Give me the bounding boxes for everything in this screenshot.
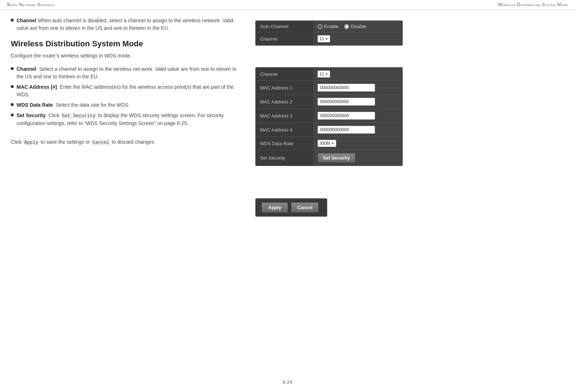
- wds-channel-select-value: 11: [319, 72, 324, 77]
- channel-select-top-value: 11: [319, 36, 324, 41]
- wds-right-panel: Channel 11 ▼ MAC Address 1 000000000000: [255, 67, 406, 166]
- table-row-mac2: MAC Address 2 000000000000: [256, 95, 402, 109]
- top-channel-section: Channel When auto channel is disabled, s…: [11, 17, 241, 32]
- bullet-channel-top-body: When auto channel is disabled, select a …: [17, 18, 233, 31]
- value-mac3: 000000000000: [313, 109, 402, 123]
- bullet-channel-top: Channel When auto channel is disabled, s…: [11, 17, 241, 32]
- table-row-set-security: Set Security Set Security: [256, 150, 402, 166]
- wds-settings-panel: Channel 11 ▼ MAC Address 1 000000000000: [255, 67, 403, 166]
- bullet-wds-rate-bold: WDS Data Rate: [17, 102, 53, 108]
- radio-disable[interactable]: Disable: [344, 24, 366, 29]
- auto-channel-table: Auto Channel Enable Disable: [256, 21, 402, 45]
- label-mac3: MAC Address 3: [256, 109, 313, 123]
- mac1-input[interactable]: 000000000000: [318, 84, 375, 92]
- left-column: Channel When auto channel is disabled, s…: [11, 17, 241, 217]
- table-row-mac1: MAC Address 1 000000000000: [256, 81, 402, 95]
- table-row-wds-channel: Channel 11 ▼: [256, 68, 402, 81]
- table-row-mac4: MAC Address 4 000000000000: [256, 123, 402, 137]
- apply-cancel-area: Apply Cancel: [255, 198, 406, 217]
- top-right-panel: Auto Channel Enable Disable: [255, 20, 406, 46]
- bullet-mac-address: MAC Address [#] Enter the MAC address(es…: [11, 83, 241, 98]
- mac3-input[interactable]: 000000000000: [318, 112, 375, 120]
- bullet-channel-wds-text: Channel Select a channel to assign to th…: [17, 65, 241, 80]
- apply-cancel-panel: Apply Cancel: [255, 198, 327, 217]
- cancel-button[interactable]: Cancel: [291, 202, 319, 213]
- value-mac2: 000000000000: [313, 95, 402, 109]
- wds-channel-select-arrow: ▼: [325, 72, 328, 76]
- page-number: 6-24: [283, 379, 292, 385]
- bullet-dot-3: [11, 103, 14, 106]
- code-set-security: Set Security: [61, 113, 97, 119]
- table-row-mac3: MAC Address 3 000000000000: [256, 109, 402, 123]
- bullet-set-security-bold: Set Security: [17, 112, 46, 118]
- label-wds-channel: Channel: [256, 68, 313, 81]
- wds-rate-select-arrow: ▼: [331, 142, 334, 146]
- bullet-dot-4: [11, 114, 14, 116]
- click-apply-note: Click Apply to save the settings or Canc…: [11, 138, 241, 147]
- radio-disable-label: Disable: [351, 24, 366, 29]
- page-header: Basic Network Settings Wireless Distribu…: [0, 0, 575, 10]
- radio-disable-circle[interactable]: [344, 24, 349, 29]
- wds-rate-select[interactable]: 300M ▼: [318, 140, 336, 147]
- label-set-security: Set Security: [256, 150, 313, 166]
- label-mac1: MAC Address 1: [256, 81, 313, 95]
- bullet-dot: [11, 19, 14, 22]
- label-wds-rate: WDS Data Rate: [256, 137, 313, 150]
- wds-rate-select-value: 300M: [319, 141, 330, 146]
- label-auto-channel: Auto Channel: [256, 21, 313, 32]
- mac2-input[interactable]: 000000000000: [318, 98, 375, 106]
- value-auto-channel: Enable Disable: [313, 21, 402, 32]
- bullet-channel-top-text: Channel When auto channel is disabled, s…: [17, 17, 241, 32]
- label-channel-top: Channel: [256, 32, 313, 46]
- bullet-mac-bold: MAC Address [#]: [17, 84, 57, 90]
- bullet-dot-1: [11, 67, 14, 70]
- code-apply: Apply: [23, 139, 39, 146]
- label-mac4: MAC Address 4: [256, 123, 313, 137]
- value-mac4: 000000000000: [313, 123, 402, 137]
- page-footer: 6-24: [283, 379, 292, 385]
- table-row-wds-rate: WDS Data Rate 300M ▼: [256, 137, 402, 150]
- code-cancel: Cancel: [91, 139, 110, 146]
- bullet-channel-wds: Channel Select a channel to assign to th…: [11, 65, 241, 80]
- value-mac1: 000000000000: [313, 81, 402, 95]
- channel-select-top-arrow: ▼: [325, 37, 328, 41]
- wds-intro: Configure the router’s wireless settings…: [11, 52, 241, 60]
- bullet-mac-text: MAC Address [#] Enter the MAC address(es…: [17, 83, 241, 98]
- bullet-channel-top-bold: Channel: [17, 18, 36, 23]
- wds-settings-table: Channel 11 ▼ MAC Address 1 000000000000: [256, 68, 402, 166]
- header-right: Wireless Distribution System Mode: [498, 2, 568, 7]
- main-content: Channel When auto channel is disabled, s…: [0, 10, 575, 224]
- value-wds-rate: 300M ▼: [313, 137, 402, 150]
- set-security-button[interactable]: Set Security: [318, 153, 355, 163]
- value-set-security: Set Security: [313, 150, 402, 166]
- bullet-wds-data-rate: WDS Data Rate Select the data rate for t…: [11, 101, 241, 109]
- radio-enable-label: Enable: [324, 24, 338, 29]
- channel-select-top[interactable]: 11 ▼: [318, 35, 330, 42]
- value-channel-top: 11 ▼: [313, 32, 402, 46]
- bullet-channel-wds-bold: Channel: [17, 66, 36, 72]
- table-row-auto-channel: Auto Channel Enable Disable: [256, 21, 402, 32]
- header-left: Basic Network Settings: [7, 2, 54, 7]
- radio-group-auto-channel: Enable Disable: [318, 24, 398, 29]
- bullet-set-security-text: Set Security Click Set Security to displ…: [17, 112, 241, 127]
- wds-heading: Wireless Distribution System Mode: [11, 39, 241, 49]
- right-column: Auto Channel Enable Disable: [255, 17, 406, 217]
- apply-button[interactable]: Apply: [261, 202, 288, 213]
- label-mac2: MAC Address 2: [256, 95, 313, 109]
- bullet-dot-2: [11, 85, 14, 88]
- mac4-input[interactable]: 000000000000: [318, 126, 375, 134]
- value-wds-channel: 11 ▼: [313, 68, 402, 81]
- radio-enable[interactable]: Enable: [318, 24, 338, 29]
- table-row-channel-top: Channel 11 ▼: [256, 32, 402, 46]
- bullet-wds-rate-text: WDS Data Rate Select the data rate for t…: [17, 101, 129, 109]
- radio-enable-circle[interactable]: [318, 24, 323, 29]
- auto-channel-panel: Auto Channel Enable Disable: [255, 20, 403, 46]
- wds-bullets: Channel Select a channel to assign to th…: [11, 65, 241, 127]
- bullet-set-security: Set Security Click Set Security to displ…: [11, 112, 241, 127]
- wds-channel-select[interactable]: 11 ▼: [318, 70, 330, 78]
